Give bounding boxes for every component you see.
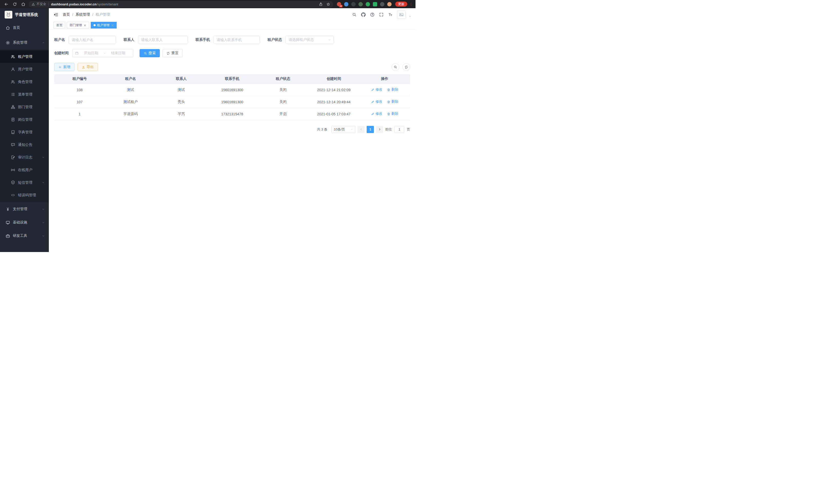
breadcrumb: 首页 / 系统管理 / 租户管理 bbox=[63, 12, 110, 17]
search-icon bbox=[394, 65, 397, 69]
cell-status: 关闭 bbox=[257, 84, 308, 96]
export-button[interactable]: 导出 bbox=[78, 63, 98, 71]
app-title: 芋道管理系统 bbox=[15, 12, 38, 17]
tenant-name-input[interactable] bbox=[68, 36, 116, 44]
delete-link[interactable]: 删除 bbox=[387, 112, 398, 116]
add-button[interactable]: 新增 bbox=[54, 63, 75, 71]
goto-page-input[interactable] bbox=[395, 126, 404, 133]
reset-button[interactable]: 重置 bbox=[163, 49, 183, 57]
tab-home[interactable]: 首页 bbox=[53, 22, 65, 29]
phone-input[interactable] bbox=[213, 36, 260, 44]
sidebar-item-notice[interactable]: 通知公告 bbox=[0, 139, 49, 151]
edit-label: 修改 bbox=[375, 87, 382, 92]
sidebar-item-audit-log[interactable]: 审计日志 bbox=[0, 151, 49, 164]
extension-badge: 10 bbox=[339, 5, 343, 7]
tab-tenant-management[interactable]: 租户管理 bbox=[91, 22, 117, 29]
extension-icon-6[interactable] bbox=[373, 2, 377, 6]
font-size-icon[interactable] bbox=[388, 12, 393, 17]
code-icon bbox=[11, 193, 15, 197]
bookmark-star-icon[interactable] bbox=[326, 2, 330, 6]
browser-menu-icon[interactable] bbox=[409, 2, 413, 6]
browser-home-icon[interactable] bbox=[21, 2, 25, 6]
edit-label: 修改 bbox=[375, 99, 382, 104]
breadcrumb-system[interactable]: 系统管理 bbox=[76, 12, 90, 17]
security-chip[interactable]: 不安全 bbox=[32, 2, 46, 6]
next-page-button[interactable] bbox=[376, 126, 383, 133]
reset-button-label: 重置 bbox=[171, 51, 179, 56]
extension-icon-2[interactable] bbox=[344, 2, 348, 6]
github-icon[interactable] bbox=[361, 12, 366, 17]
browser-update-button[interactable]: 更新 bbox=[395, 2, 407, 7]
user-avatar[interactable] bbox=[397, 10, 406, 19]
help-icon[interactable] bbox=[370, 12, 375, 17]
delete-link[interactable]: 删除 bbox=[387, 99, 398, 104]
page-number-button[interactable]: 1 bbox=[367, 126, 374, 133]
sidebar-item-user-management[interactable]: 用户管理 bbox=[0, 63, 49, 76]
sidebar-item-post-management[interactable]: 岗位管理 bbox=[0, 113, 49, 126]
refresh-table-button[interactable] bbox=[402, 63, 410, 71]
fullscreen-icon[interactable] bbox=[379, 12, 384, 17]
sidebar-item-home[interactable]: 首页 bbox=[0, 21, 49, 34]
sidebar-item-dev-tools[interactable]: 研发工具 bbox=[0, 229, 49, 242]
col-tenant-name: 租户名 bbox=[105, 74, 156, 84]
sidebar-item-dict-management[interactable]: 字典管理 bbox=[0, 126, 49, 139]
extension-icon-7[interactable] bbox=[380, 2, 384, 6]
extension-icon-1[interactable]: 10 bbox=[337, 2, 341, 6]
filter-status: 租户状态 请选择租户状态 bbox=[267, 36, 334, 44]
delete-label: 删除 bbox=[391, 112, 398, 116]
tab-bar: 首页 部门管理 租户管理 bbox=[49, 21, 416, 30]
sidebar-item-infrastructure[interactable]: 基础设施 bbox=[0, 216, 49, 229]
extension-icon-4[interactable] bbox=[359, 2, 363, 6]
edit-link[interactable]: 修改 bbox=[371, 112, 382, 116]
prev-page-button[interactable] bbox=[357, 126, 365, 133]
sidebar-item-tenant-management[interactable]: 租户管理 bbox=[0, 50, 49, 63]
delete-link[interactable]: 删除 bbox=[387, 87, 398, 92]
sidebar-item-system-management[interactable]: 系统管理 bbox=[0, 36, 49, 49]
cell-phone: 17321315478 bbox=[207, 108, 258, 120]
status-select-placeholder: 请选择租户状态 bbox=[289, 37, 314, 42]
sidebar-item-payment-management[interactable]: 支付管理 bbox=[0, 202, 49, 216]
toggle-search-button[interactable] bbox=[392, 63, 399, 71]
share-icon[interactable] bbox=[319, 2, 323, 6]
broken-image-icon bbox=[399, 12, 404, 17]
sidebar-item-department-management[interactable]: 部门管理 bbox=[0, 101, 49, 113]
sidebar-item-role-management[interactable]: 角色管理 bbox=[0, 76, 49, 88]
browser-back-icon[interactable] bbox=[4, 2, 8, 6]
close-icon[interactable] bbox=[84, 24, 86, 27]
url-path: /system/tenant bbox=[96, 2, 118, 6]
status-select[interactable]: 请选择租户状态 bbox=[285, 36, 334, 44]
date-range-picker[interactable]: 开始日期 - 结束日期 bbox=[72, 49, 133, 57]
col-created: 创建时间 bbox=[308, 74, 359, 84]
chevron-up-icon bbox=[42, 41, 45, 44]
cell-actions: 修改 删除 bbox=[359, 84, 410, 96]
breadcrumb-home[interactable]: 首页 bbox=[63, 12, 70, 17]
address-bar[interactable]: 不安全 dashboard.yudao.iocoder.cn/system/te… bbox=[29, 1, 333, 7]
search-icon bbox=[144, 52, 147, 55]
contact-input[interactable] bbox=[138, 36, 188, 44]
close-icon[interactable] bbox=[111, 24, 114, 27]
browser-refresh-icon[interactable] bbox=[12, 2, 17, 6]
extension-icon-5[interactable] bbox=[366, 2, 370, 6]
sidebar-item-online-users[interactable]: 在线用户 bbox=[0, 164, 49, 176]
sidebar-item-menu-management[interactable]: 菜单管理 bbox=[0, 88, 49, 101]
profile-avatar-icon[interactable] bbox=[387, 2, 392, 6]
cell-created: 2021-01-05 17:03:47 bbox=[308, 108, 359, 120]
sidebar-item-label: 在线用户 bbox=[18, 168, 32, 172]
header-actions bbox=[352, 10, 411, 19]
edit-link[interactable]: 修改 bbox=[371, 99, 382, 104]
chevron-down-icon[interactable] bbox=[408, 15, 411, 18]
refresh-icon bbox=[404, 65, 408, 69]
sidebar-collapse-icon[interactable] bbox=[53, 12, 59, 17]
signal-icon bbox=[11, 168, 15, 172]
sidebar-item-sms-management[interactable]: 短信管理 bbox=[0, 176, 49, 189]
page-size-select[interactable]: 10条/页 bbox=[332, 126, 355, 133]
edit-link[interactable]: 修改 bbox=[371, 87, 382, 92]
search-icon[interactable] bbox=[352, 12, 357, 17]
sidebar-item-label: 审计日志 bbox=[18, 155, 32, 160]
sidebar-item-error-code-management[interactable]: 错误码管理 bbox=[0, 189, 49, 201]
tab-department-management[interactable]: 部门管理 bbox=[67, 22, 89, 29]
address-separator bbox=[49, 2, 49, 6]
sidebar-item-label: 字典管理 bbox=[18, 130, 32, 135]
search-button[interactable]: 搜索 bbox=[140, 49, 160, 57]
extension-icon-3[interactable] bbox=[351, 2, 355, 6]
